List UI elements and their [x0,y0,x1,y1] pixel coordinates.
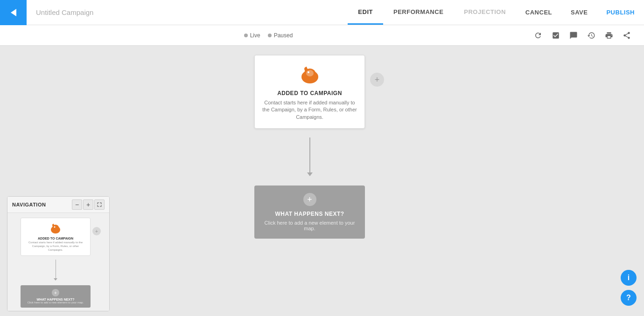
node-added-to-campaign[interactable]: ADDED TO CAMPAIGN Contact starts here if… [254,55,365,129]
checklist-button[interactable] [548,27,564,43]
mini-next-desc: Click here to add a new element to your … [24,301,87,304]
status-group: Live Paused [244,32,293,39]
back-arrow-icon [11,9,16,16]
node-next-title: WHAT HAPPENS NEXT? [262,211,357,217]
node-next-plus-icon: + [303,193,316,206]
paused-label: Paused [274,32,293,39]
minimap-zoom-in[interactable]: + [83,199,93,210]
tab-performance[interactable]: PERFORMANCE [383,0,454,25]
minimap-zoom-out[interactable]: − [72,199,82,210]
tab-projection[interactable]: PROJECTION [454,0,516,25]
mini-add-branch: + [92,227,101,235]
node-added-desc: Contact starts here if added manually to… [262,99,357,121]
messages-button[interactable] [566,27,581,43]
back-button[interactable] [0,0,27,25]
svg-point-6 [54,227,56,228]
minimap-fit[interactable] [94,199,105,210]
connector-vertical [309,137,310,172]
mini-node-added: ADDED TO CAMPAIGN Contact starts here if… [21,218,91,256]
toolbar: Live Paused [0,25,644,46]
node-what-happens-next[interactable]: + WHAT HAPPENS NEXT? Click here to add a… [254,185,365,239]
mini-node-next: + WHAT HAPPENS NEXT? Click here to add a… [21,285,91,308]
mini-next-title: WHAT HAPPENS NEXT? [24,298,87,301]
minimap-title: NAVIGATION [12,202,72,207]
node-next-desc: Click here to add a new element to your … [262,220,357,231]
publish-button[interactable]: PUBLISH [597,0,644,25]
status-live: Live [244,32,260,39]
header: Untitled Campaign EDIT PERFORMANCE PROJE… [0,0,644,25]
tab-edit[interactable]: EDIT [348,0,383,25]
history-button[interactable] [583,27,599,43]
svg-point-3 [308,71,309,73]
status-paused: Paused [268,32,293,39]
node-added-title: ADDED TO CAMPAIGN [262,90,357,96]
toolbar-icons [530,27,635,43]
info-button[interactable]: i [621,270,637,286]
svg-point-2 [306,70,314,76]
minimap-header: NAVIGATION − + [7,197,109,213]
minimap-controls: − + [72,199,105,210]
canvas: ADDED TO CAMPAIGN Contact starts here if… [0,46,644,316]
campaign-icon [298,63,322,86]
share-button[interactable] [619,27,635,43]
live-label: Live [250,32,260,39]
mini-node-desc: Contact starts here if added manually to… [25,241,86,252]
connector-line [309,137,310,179]
mini-campaign-icon [49,222,62,235]
nav-tabs: EDIT PERFORMANCE PROJECTION [348,0,516,25]
refresh-button[interactable] [530,27,546,43]
print-button[interactable] [601,27,617,43]
add-branch-button[interactable]: + [370,73,384,87]
paused-dot [268,34,272,37]
connector-arrow [307,172,313,176]
live-dot [244,34,248,37]
mini-connector-line [56,260,56,278]
mini-plus-icon: + [52,289,59,296]
mini-node-title: ADDED TO CAMPAIGN [25,237,86,240]
minimap-canvas: ADDED TO CAMPAIGN Contact starts here if… [7,213,109,311]
mini-connector [55,260,56,283]
campaign-title: Untitled Campaign [27,8,348,16]
help-button[interactable]: ? [621,290,637,306]
navigation-minimap: NAVIGATION − + AD [7,196,110,311]
cancel-button[interactable]: CANCEL [516,0,561,25]
mini-connector-arrow [54,278,57,281]
save-button[interactable]: SAVE [561,0,597,25]
